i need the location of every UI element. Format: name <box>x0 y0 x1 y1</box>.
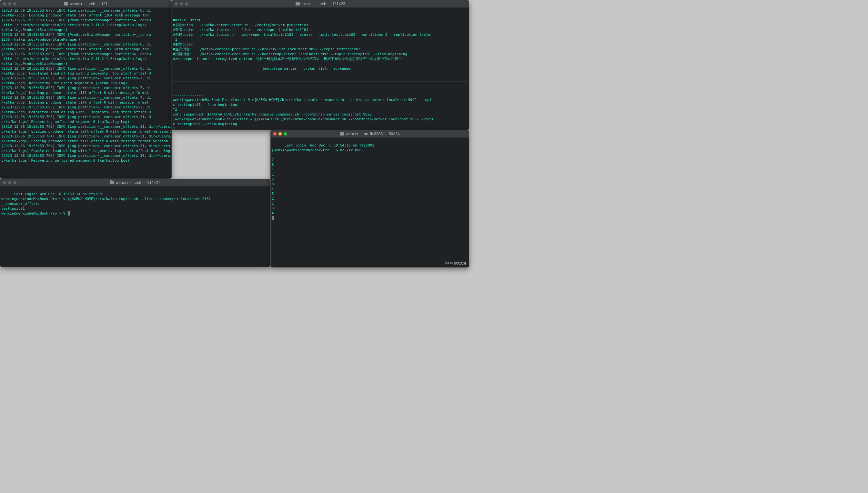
traffic-lights[interactable] <box>175 2 188 5</box>
terminal-body[interactable]: Last login: Wed Dec 6 19:54:15 on ttys00… <box>271 138 469 226</box>
close-icon[interactable] <box>175 2 178 5</box>
folder-icon <box>296 2 300 5</box>
folder-icon <box>110 181 114 184</box>
minimize-icon[interactable] <box>8 2 11 5</box>
traffic-lights[interactable] <box>3 181 17 184</box>
minimize-icon[interactable] <box>8 181 11 184</box>
zoom-icon[interactable] <box>13 2 17 5</box>
minimize-icon[interactable] <box>180 2 183 5</box>
terminal-kafka-log[interactable]: wenxin — -zsh — 121 [2023-12-06 19:53:53… <box>0 0 172 179</box>
titlebar[interactable]: cluster — -zsh — 121×23 <box>172 0 469 8</box>
window-title: cluster — -zsh — 121×23 <box>301 2 345 6</box>
close-icon[interactable] <box>3 2 6 5</box>
titlebar[interactable]: wenxin — -zsh — 114×27 <box>0 179 270 187</box>
cursor <box>272 216 274 220</box>
cursor <box>68 211 70 216</box>
window-title: wenxin — -zsh — 114×27 <box>116 180 160 185</box>
terminal-body[interactable]: Last login: Wed Dec 6 19:53:14 on ttys00… <box>0 187 270 222</box>
zoom-icon[interactable] <box>185 2 188 5</box>
traffic-lights[interactable] <box>273 132 287 135</box>
terminal-netcat[interactable]: wenxin — nc -lk 8888 — 80×24 Last login:… <box>270 130 469 267</box>
zoom-icon[interactable] <box>13 181 17 184</box>
terminal-topics[interactable]: wenxin — -zsh — 114×27 Last login: Wed D… <box>0 179 270 267</box>
titlebar[interactable]: wenxin — -zsh — 121 <box>0 0 171 8</box>
folder-icon <box>64 2 68 5</box>
zoom-icon[interactable] <box>284 132 287 135</box>
terminal-body[interactable]: #kafka start #启动kafka: ./kafka-server-st… <box>172 8 469 130</box>
window-title: wenxin — nc -lk 8888 — 80×24 <box>346 132 399 136</box>
close-icon[interactable] <box>273 132 277 135</box>
terminal-body[interactable]: [2023-12-06 19:53:53,675] INFO [Log part… <box>0 8 171 164</box>
folder-icon <box>340 132 344 135</box>
traffic-lights[interactable] <box>3 2 17 5</box>
terminal-cluster[interactable]: cluster — -zsh — 121×23 #kafka start #启动… <box>172 0 469 130</box>
watermark: CSDN @文文森 <box>444 261 466 265</box>
close-icon[interactable] <box>3 181 6 184</box>
titlebar[interactable]: wenxin — nc -lk 8888 — 80×24 <box>271 130 469 138</box>
minimize-icon[interactable] <box>279 132 282 135</box>
window-title: wenxin — -zsh — 121 <box>70 2 107 6</box>
separator-line <box>173 81 468 82</box>
